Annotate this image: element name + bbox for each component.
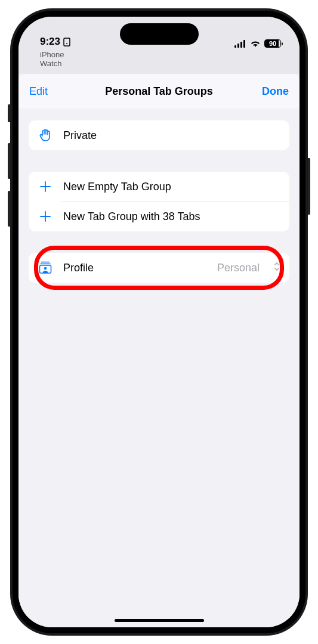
up-down-chevron-icon — [274, 262, 280, 274]
home-indicator[interactable] — [115, 619, 204, 622]
new-group-section: New Empty Tab Group New Tab Group with 3… — [29, 172, 289, 231]
plus-icon — [38, 181, 53, 193]
profile-label: Profile — [63, 262, 206, 274]
svg-rect-0 — [64, 38, 70, 46]
profile-icon — [38, 261, 53, 274]
background-app-peek: iPhone Watch — [18, 50, 300, 74]
svg-rect-2 — [234, 45, 236, 48]
profile-row[interactable]: Profile Personal — [29, 253, 289, 283]
sheet-header: Edit Personal Tab Groups Done — [18, 74, 300, 109]
svg-point-9 — [44, 267, 47, 270]
screen: 9:23 90 — [18, 17, 300, 627]
sheet-title: Personal Tab Groups — [18, 85, 300, 98]
edit-button[interactable]: Edit — [29, 85, 48, 98]
status-time: 9:23 — [40, 36, 60, 48]
focus-icon — [63, 38, 70, 47]
profile-section: Profile Personal — [29, 253, 289, 283]
new-empty-label: New Empty Tab Group — [63, 181, 280, 193]
private-row[interactable]: Private — [29, 120, 289, 150]
battery-icon: 90 — [264, 39, 283, 48]
svg-rect-3 — [237, 44, 239, 48]
cellular-signal-icon — [234, 40, 246, 48]
done-button[interactable]: Done — [262, 85, 289, 98]
plus-icon — [38, 210, 53, 222]
svg-point-1 — [66, 43, 67, 44]
new-with-tabs-label: New Tab Group with 38 Tabs — [63, 210, 280, 223]
private-label: Private — [63, 129, 280, 142]
tab-groups-sheet: Edit Personal Tab Groups Done Private — [18, 74, 300, 627]
profile-value: Personal — [217, 262, 260, 274]
new-empty-tab-group-row[interactable]: New Empty Tab Group — [29, 172, 289, 202]
wifi-icon — [250, 40, 261, 48]
hand-icon — [38, 128, 53, 143]
svg-rect-5 — [243, 40, 245, 48]
dynamic-island — [120, 23, 199, 45]
private-group: Private — [29, 120, 289, 150]
svg-rect-4 — [240, 42, 242, 48]
new-tab-group-with-tabs-row[interactable]: New Tab Group with 38 Tabs — [29, 202, 289, 231]
phone-frame: 9:23 90 — [10, 8, 308, 636]
